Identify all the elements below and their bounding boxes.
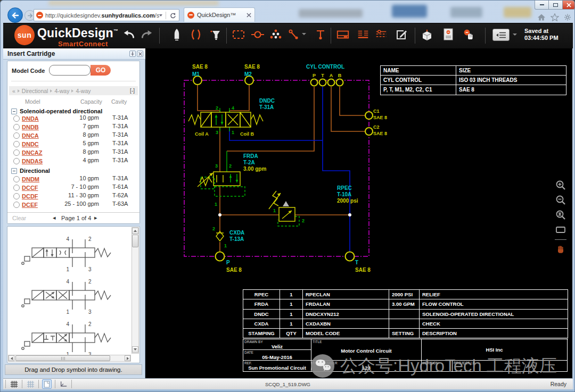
origin-button[interactable] [59,379,68,389]
redo-button[interactable] [140,28,154,41]
page-prev-button[interactable]: ◂ [53,214,56,221]
breadcrumb-arrow-icon [50,89,52,93]
breadcrumb-item[interactable]: 4-way [54,88,69,94]
model-link[interactable]: DCCF [22,185,38,191]
polyline-dropdown-icon[interactable] [302,33,306,35]
datasheet-button[interactable] [441,28,455,41]
row-radio[interactable] [13,185,20,191]
row-radio[interactable] [13,193,20,199]
cyl-port-label: T [321,73,324,78]
breadcrumb-item[interactable]: Directional [22,88,48,94]
go-button[interactable]: GO [91,65,111,76]
edit-button[interactable] [395,28,408,41]
grab-button[interactable] [462,28,475,41]
url-bar[interactable]: http://quickdesigndev.sunhydraulics.com/… [34,9,179,21]
collapse-all-button[interactable]: [-] [130,88,135,94]
favorites-star-icon[interactable] [551,13,559,21]
hose-tool-button[interactable] [189,28,203,41]
pin-panel-button[interactable] [129,51,136,57]
drawing-canvas[interactable]: SAE 8 M1 SAE 8 M2 CYL CONTROL P T A B C1… [145,48,572,378]
undo-button[interactable] [122,28,136,41]
model-link[interactable]: DNDAS [22,158,43,164]
bom-table-button[interactable] [356,28,370,41]
scroll-left-button[interactable] [9,355,14,361]
home-icon[interactable] [537,13,546,21]
clear-button[interactable]: Clear [12,215,26,221]
model-link[interactable]: DNDM [22,176,39,182]
model-link[interactable]: DNDA [22,115,39,122]
menu-button[interactable] [492,29,510,41]
page-next-button[interactable]: ▸ [94,214,97,221]
valve-symbol-preview[interactable]: 4 2 1 3 [17,276,124,315]
row-radio[interactable] [13,124,20,130]
manifold-dots-button[interactable] [269,28,283,41]
settings-gear-icon[interactable] [563,13,572,21]
bom-table-icon [356,28,370,41]
collapse-group-icon[interactable] [11,109,17,114]
model-link[interactable]: DNDC [22,141,39,147]
row-radio[interactable] [13,132,20,139]
url-dropdown-icon[interactable] [159,14,162,16]
close-panel-button[interactable] [137,51,143,57]
maximize-button[interactable] [548,1,563,10]
tab-close-icon[interactable] [247,13,251,18]
grid-on-button[interactable] [9,379,19,389]
polyline-tool-button[interactable] [287,28,301,41]
breadcrumb-arrow-icon [71,89,73,93]
model-3d-button[interactable] [420,28,434,41]
cartridge-tool-button[interactable] [170,28,184,41]
model-link[interactable]: DCDF [22,193,38,199]
scroll-down-button[interactable] [132,346,138,353]
row-radio[interactable] [13,202,20,208]
grid-off-button[interactable] [26,379,35,389]
preview-port-label: 4 [66,279,69,285]
t-plug-button[interactable] [314,28,327,41]
collapse-group-icon[interactable] [11,168,17,174]
paper-view-button[interactable] [42,379,52,389]
ref-value: Sun Promotional Circuit [243,365,311,371]
zoom-out-button[interactable] [554,194,567,206]
port-tool-button[interactable] [251,28,265,41]
titleblock-button[interactable] [336,28,350,41]
tab-quickdesign[interactable]: QuickDesign™ [184,7,255,22]
breadcrumb-back[interactable]: « [12,88,15,94]
model-link[interactable]: DCEF [22,202,38,208]
pan-button[interactable] [554,243,567,256]
row-radio[interactable] [13,115,20,122]
minimize-button[interactable] [535,1,549,10]
valve-symbol-preview[interactable]: 4 2 1 3 [17,318,124,357]
zoom-window-button[interactable] [554,223,567,236]
menu-dropdown-icon[interactable] [513,34,517,36]
plug-tool-button[interactable] [208,28,222,41]
model-link[interactable]: DNCA [22,132,39,139]
group-header[interactable]: Directional [11,168,50,174]
model-link[interactable]: DNCAZ [22,149,43,156]
settings-list-button[interactable] [374,28,388,41]
scroll-up-button[interactable] [132,228,138,234]
back-button[interactable] [7,7,23,23]
horizontal-scroll-thumb[interactable] [15,355,110,361]
model-link[interactable]: DNDB [22,124,39,130]
component-cavity-label: T-31A [259,104,274,110]
selection-box-icon [232,28,245,41]
cyl-port-label: P [313,73,316,78]
close-button[interactable] [562,1,575,10]
row-radio[interactable] [13,141,20,147]
row-radio[interactable] [13,158,20,164]
group-header[interactable]: Solenoid-operated directional [11,108,102,114]
refresh-icon[interactable] [169,12,177,19]
row-radio[interactable] [13,149,20,156]
zoom-extents-button[interactable] [554,208,567,221]
valve-symbol-preview[interactable]: 4 2 1 3 [17,233,124,272]
row-radio[interactable] [13,176,20,182]
breadcrumb-item[interactable]: 4-way [76,88,91,94]
model-code-input[interactable] [49,65,91,76]
vertical-scroll-thumb[interactable] [132,235,138,247]
port-icon [251,28,265,41]
background-blur [504,7,531,18]
selection-box-button[interactable] [232,28,245,41]
zoom-in-button[interactable] [554,179,567,191]
port-number: 1 [232,130,234,135]
scroll-right-button[interactable] [125,355,130,361]
port-name-label: P [226,260,230,265]
